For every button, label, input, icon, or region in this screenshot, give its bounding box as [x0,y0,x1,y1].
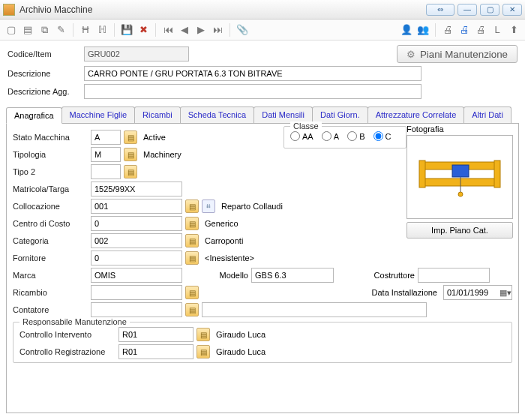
categoria-desc [202,233,388,248]
controllo-registrazione-desc [213,344,438,359]
window-minimize-button[interactable]: — [458,4,477,16]
label-l-icon[interactable]: L [490,23,504,37]
contatore2-input[interactable] [202,302,427,317]
tipo2-lookup[interactable] [124,165,137,178]
crane-drawing-icon [415,143,505,211]
controllo-intervento-desc [213,327,438,342]
marca-input[interactable] [91,268,182,283]
user2-icon[interactable]: 👥 [416,23,430,37]
stato-lookup[interactable] [124,130,137,144]
tab-altri-dati[interactable]: Altri Dati [464,106,512,123]
stato-input[interactable] [91,130,121,145]
stato-desc [140,130,272,145]
controllo-intervento-input[interactable] [118,327,194,342]
new-icon[interactable]: ▢ [4,23,18,37]
descrizione-label: Descrizione [8,69,80,78]
window-maximize-button[interactable]: ▢ [480,4,500,16]
attachment-icon[interactable]: 📎 [236,23,249,37]
window-help-button[interactable]: ⇔ [426,4,454,16]
categoria-input[interactable] [91,233,182,248]
window-title: Archivio Macchine [20,4,426,15]
app-icon [3,4,15,16]
machine-photo [406,135,513,219]
filter-icon[interactable]: ℍ [95,23,109,37]
codice-label: Codice/Item [8,50,80,58]
delete-icon[interactable]: ✖ [136,23,150,37]
tab-dati-mensili[interactable]: Dati Mensili [254,106,313,123]
data-installazione-input[interactable]: ▦▾ [443,285,512,300]
tab-anagrafica[interactable]: Anagrafica [6,107,62,124]
classe-group: Classe AA A B C [284,126,406,148]
modello-input[interactable] [251,268,334,283]
paste-icon[interactable]: ✎ [54,23,68,37]
collocazione-lookup[interactable] [185,200,199,213]
svg-rect-2 [419,160,425,188]
gear-icon: ⚙ [406,49,416,60]
descrizione2-input[interactable] [84,84,422,99]
controllo-intervento-lookup[interactable] [196,328,210,341]
calendar-icon[interactable]: ▦▾ [500,288,512,298]
upload-icon[interactable]: ⬆ [507,23,520,37]
tipo2-input[interactable] [91,164,121,179]
responsabile-group: Responsabile Manutenzione Controllo Inte… [13,322,512,363]
classe-aa[interactable]: AA [290,131,314,141]
nav-next-icon[interactable]: ▶ [194,23,208,37]
controllo-registrazione-lookup[interactable] [196,345,210,358]
toolbar: ▢ ▤ ⧉ ✎ Ħ ℍ 💾 ✖ ⏮ ◀ ▶ ⏭ 📎 👤 👥 🖨 🖨 🖨 L ⬆ [0,20,525,40]
tab-dati-giorn[interactable]: Dati Giorn. [312,106,368,123]
svg-point-6 [458,192,463,196]
tipologia-input[interactable] [91,147,121,162]
collocazione-input[interactable] [91,199,182,214]
tab-scheda-tecnica[interactable]: Scheda Tecnica [180,106,254,123]
fotografia-group: Fotografia Imp. Piano Cat. [406,124,513,238]
ricambio-input[interactable] [91,285,182,300]
tab-ricambi[interactable]: Ricambi [134,106,181,123]
print2-icon[interactable]: 🖨 [458,23,471,37]
svg-rect-3 [494,160,500,188]
nav-prev-icon[interactable]: ◀ [178,23,191,37]
tab-macchine-figlie[interactable]: Macchine Figlie [62,106,135,123]
open-icon[interactable]: ▤ [21,23,34,37]
classe-c[interactable]: C [374,131,392,141]
user-icon[interactable]: 👤 [400,23,413,37]
descrizione2-label: Descrizione Agg. [8,87,80,96]
collocazione-tree-icon[interactable]: ⌗ [202,200,215,213]
fornitore-desc [202,250,388,266]
centro-lookup[interactable] [185,217,199,230]
tipologia-lookup[interactable] [124,148,137,161]
centro-desc [202,216,388,231]
tab-attrezzature[interactable]: Attrezzature Correlate [368,106,465,123]
svg-rect-1 [421,178,499,186]
fornitore-input[interactable] [91,250,182,266]
anagrafica-panel: Classe AA A B C Fotografia Imp. Piano Ca… [6,124,519,413]
imp-piano-cat-button[interactable]: Imp. Piano Cat. [406,222,513,238]
nav-last-icon[interactable]: ⏭ [211,23,224,37]
piani-manutenzione-button[interactable]: ⚙Piani Manutenzione [397,45,518,63]
controllo-registrazione-input[interactable] [118,344,194,359]
descrizione-input[interactable] [84,66,422,81]
collocazione-desc [218,199,391,214]
print3-icon[interactable]: 🖨 [474,23,488,37]
fornitore-lookup[interactable] [185,251,199,265]
matricola-input[interactable] [91,182,182,196]
contatore-lookup[interactable] [185,303,199,316]
copy-icon[interactable]: ⧉ [38,23,51,37]
header-form: Codice/Item ⚙Piani Manutenzione Descrizi… [0,40,525,105]
window-close-button[interactable]: ✕ [502,4,522,16]
codice-input[interactable] [84,46,189,62]
nav-first-icon[interactable]: ⏮ [161,23,175,37]
window-titlebar: Archivio Macchine ⇔ — ▢ ✕ [0,0,525,20]
contatore-input[interactable] [91,302,182,317]
costruttore-input[interactable] [418,268,490,283]
classe-b[interactable]: B [347,131,364,141]
classe-a[interactable]: A [322,131,339,141]
svg-rect-4 [452,165,469,177]
tabstrip: Anagrafica Macchine Figlie Ricambi Sched… [6,106,519,124]
ricambio-lookup[interactable] [185,286,199,299]
categoria-lookup[interactable] [185,234,199,248]
tipologia-desc [140,147,272,162]
centro-input[interactable] [91,216,182,231]
print-icon[interactable]: 🖨 [441,23,454,37]
save-icon[interactable]: 💾 [120,23,134,37]
find-icon[interactable]: Ħ [79,23,92,37]
